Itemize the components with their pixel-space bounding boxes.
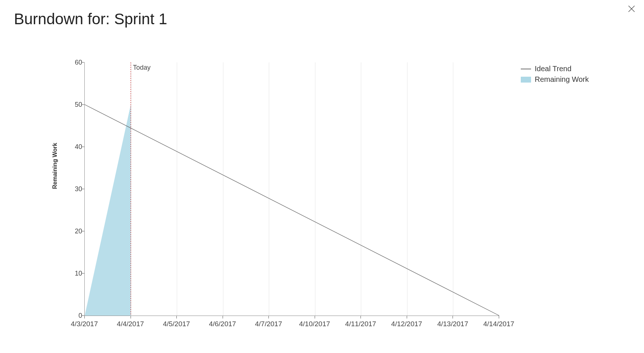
x-tick-mark <box>315 316 315 319</box>
ideal-trend-line <box>85 105 499 316</box>
page-title: Burndown for: Sprint 1 <box>14 10 167 28</box>
x-tick-mark <box>499 316 499 319</box>
area-swatch-icon <box>521 77 531 83</box>
line-swatch-icon <box>521 69 531 69</box>
y-tick-label: 10 <box>70 270 82 277</box>
x-tick-label: 4/6/2017 <box>209 320 236 328</box>
x-tick-label: 4/7/2017 <box>255 320 282 328</box>
x-tick-label: 4/13/2017 <box>437 320 468 328</box>
x-tick-label: 4/5/2017 <box>163 320 190 328</box>
chart-legend: Ideal Trend Remaining Work <box>521 65 589 86</box>
close-button[interactable] <box>625 3 638 16</box>
y-axis-label: Remaining Work <box>52 143 58 189</box>
y-tick-label: 30 <box>70 185 82 193</box>
y-tick-label: 20 <box>70 228 82 235</box>
x-tick-label: 4/4/2017 <box>117 320 144 328</box>
x-tick-mark <box>268 316 269 319</box>
legend-label: Remaining Work <box>535 75 589 84</box>
x-tick-label: 4/10/2017 <box>299 320 330 328</box>
x-tick-mark <box>131 316 131 319</box>
x-tick-label: 4/3/2017 <box>71 320 98 328</box>
burndown-chart: Remaining Work 4/3/20174/4/20174/5/20174… <box>51 55 623 334</box>
y-tick-label: 60 <box>70 59 82 66</box>
x-tick-mark <box>453 316 453 319</box>
x-tick-mark <box>361 316 361 319</box>
y-tick-mark <box>81 189 84 189</box>
x-tick-label: 4/11/2017 <box>345 320 376 328</box>
legend-item-ideal: Ideal Trend <box>521 65 589 73</box>
y-tick-mark <box>81 105 84 105</box>
y-tick-label: 50 <box>70 101 82 109</box>
y-tick-label: 40 <box>70 143 82 151</box>
y-tick-mark <box>81 316 84 316</box>
y-tick-mark <box>81 231 84 232</box>
y-tick-mark <box>81 62 84 63</box>
x-tick-mark <box>176 316 177 319</box>
x-tick-label: 4/14/2017 <box>483 320 515 328</box>
x-tick-mark <box>223 316 223 319</box>
remaining-work-area <box>85 105 131 316</box>
plot-area: Today <box>84 62 499 316</box>
close-icon <box>627 5 636 14</box>
x-tick-mark <box>407 316 407 319</box>
legend-label: Ideal Trend <box>535 65 571 73</box>
y-tick-label: 0 <box>70 312 82 320</box>
legend-item-remaining: Remaining Work <box>521 75 589 84</box>
y-tick-mark <box>81 147 84 147</box>
y-tick-mark <box>81 273 84 274</box>
x-tick-label: 4/12/2017 <box>391 320 422 328</box>
today-marker-label: Today <box>133 64 151 72</box>
x-tick-mark <box>84 316 85 319</box>
